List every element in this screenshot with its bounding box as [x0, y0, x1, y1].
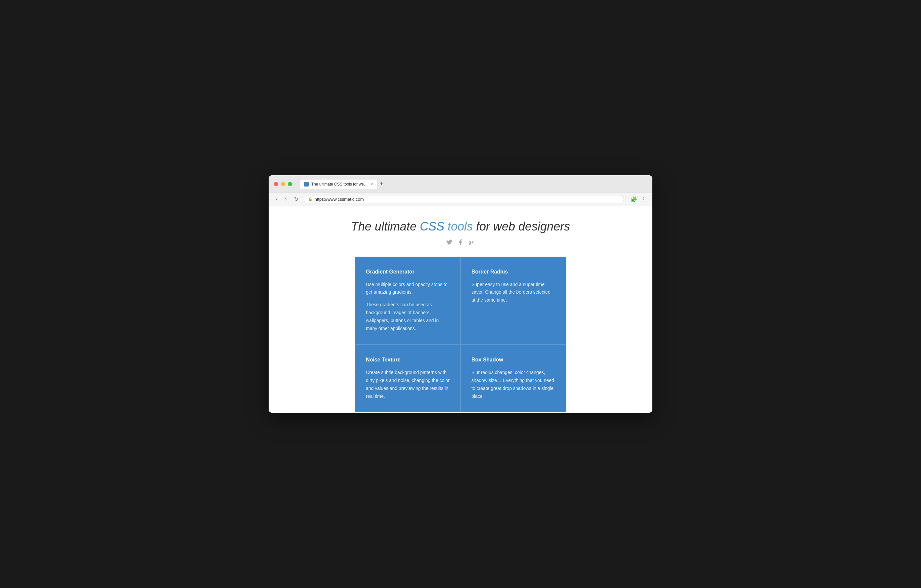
title-tools: tools: [444, 219, 473, 233]
extensions-button[interactable]: 🧩: [630, 195, 638, 203]
tool-card-title: Noise Texture: [366, 357, 449, 363]
tool-card-text-0: Blur radius changes, color changes, shad…: [472, 369, 555, 400]
title-css: CSS: [420, 219, 444, 233]
tool-card-text-0: Super easy to use and a super time saver…: [472, 281, 555, 304]
tools-grid: Gradient Generator Use multiple colors a…: [355, 256, 566, 413]
tool-card-title: Box Shadow: [472, 357, 555, 363]
tab-bar: The ultimate CSS tools for we… × +: [300, 179, 386, 189]
traffic-light-close[interactable]: [274, 182, 278, 186]
tool-card-text-0: Create subtle background patterns with d…: [366, 369, 449, 400]
browser-controls: The ultimate CSS tools for we… × +: [274, 179, 647, 189]
facebook-icon[interactable]: [457, 239, 464, 247]
title-part1: The ultimate: [351, 219, 420, 233]
url-text: https://www.cssmatic.com: [315, 197, 364, 202]
traffic-light-minimize[interactable]: [281, 182, 285, 186]
address-bar[interactable]: 🔒 https://www.cssmatic.com: [304, 195, 624, 203]
twitter-icon[interactable]: [446, 239, 452, 247]
browser-titlebar: The ultimate CSS tools for we… × +: [268, 175, 653, 192]
tool-card-box-shadow[interactable]: Box Shadow Blur radius changes, color ch…: [460, 344, 566, 413]
menu-button[interactable]: ⋮: [641, 195, 647, 203]
tool-card-title: Border Radius: [472, 269, 555, 275]
back-button[interactable]: ‹: [274, 195, 280, 203]
tool-card-border-radius[interactable]: Border Radius Super easy to use and a su…: [460, 257, 566, 345]
browser-actions: 🧩 ⋮: [630, 195, 647, 203]
tool-card-title: Gradient Generator: [366, 269, 449, 275]
tool-card-text-1: These gradients can be used as backgroun…: [366, 301, 449, 332]
tool-card-text-0: Use multiple colors and opacity stops to…: [366, 281, 449, 297]
new-tab-button[interactable]: +: [377, 179, 386, 189]
traffic-light-fullscreen[interactable]: [288, 182, 292, 186]
browser-addressbar: ‹ › ↻ 🔒 https://www.cssmatic.com 🧩 ⋮: [268, 192, 653, 206]
lock-icon: 🔒: [308, 197, 312, 201]
tool-card-noise-texture[interactable]: Noise Texture Create subtle background p…: [355, 344, 460, 413]
title-part2: for web designers: [473, 219, 570, 233]
page-header: The ultimate CSS tools for web designers…: [275, 219, 646, 247]
tab-title: The ultimate CSS tools for we…: [311, 182, 368, 187]
tab-favicon: [304, 182, 309, 187]
googleplus-icon[interactable]: g+: [469, 239, 475, 247]
browser-window: The ultimate CSS tools for we… × + ‹ › ↻…: [268, 175, 653, 413]
refresh-button[interactable]: ↻: [292, 195, 300, 203]
browser-tab[interactable]: The ultimate CSS tools for we… ×: [300, 180, 377, 189]
forward-button[interactable]: ›: [283, 195, 288, 203]
tool-card-gradient-generator[interactable]: Gradient Generator Use multiple colors a…: [355, 257, 460, 345]
social-icons: g+: [275, 239, 646, 247]
page-title: The ultimate CSS tools for web designers: [275, 219, 646, 234]
svg-text:g+: g+: [469, 240, 474, 245]
page-content: The ultimate CSS tools for web designers…: [268, 206, 653, 413]
tab-close-button[interactable]: ×: [371, 182, 373, 187]
